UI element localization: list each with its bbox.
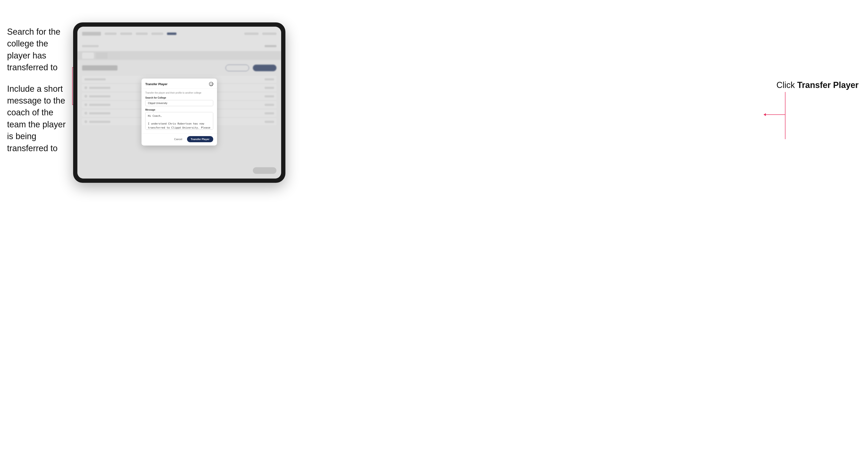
transfer-player-modal: Transfer Player × Transfer the player an…	[142, 79, 217, 146]
modal-footer: Cancel Transfer Player	[142, 133, 217, 146]
modal-header: Transfer Player ×	[142, 79, 217, 89]
tablet-screen: Transfer Player × Transfer the player an…	[78, 27, 281, 179]
annotation-message-text: Include a short message to the coach of …	[7, 83, 71, 154]
modal-subtitle: Transfer the player and their profile to…	[145, 92, 213, 94]
message-textarea[interactable]: Hi Coach, I understand Chris Robertson h…	[145, 112, 213, 130]
cancel-button[interactable]: Cancel	[172, 136, 184, 142]
modal-overlay: Transfer Player × Transfer the player an…	[78, 27, 281, 179]
annotation-left: Search for the college the player has tr…	[7, 26, 71, 164]
transfer-player-button[interactable]: Transfer Player	[187, 136, 214, 142]
college-label: Search for College	[145, 96, 213, 99]
annotation-vline-right	[785, 92, 785, 139]
college-search-input[interactable]	[145, 100, 213, 106]
annotation-transfer-label: Transfer Player	[797, 80, 859, 90]
message-label: Message	[145, 108, 213, 111]
modal-close-button[interactable]: ×	[209, 82, 213, 86]
annotation-bracket-line	[72, 67, 73, 105]
modal-body: Transfer the player and their profile to…	[142, 89, 217, 133]
annotation-arrow-right	[766, 115, 785, 115]
annotation-click-label: Click	[776, 80, 797, 90]
tablet-frame: Transfer Player × Transfer the player an…	[73, 22, 285, 183]
annotation-right: Click Transfer Player	[776, 80, 859, 90]
modal-title: Transfer Player	[145, 82, 167, 86]
annotation-search-text: Search for the college the player has tr…	[7, 26, 71, 73]
